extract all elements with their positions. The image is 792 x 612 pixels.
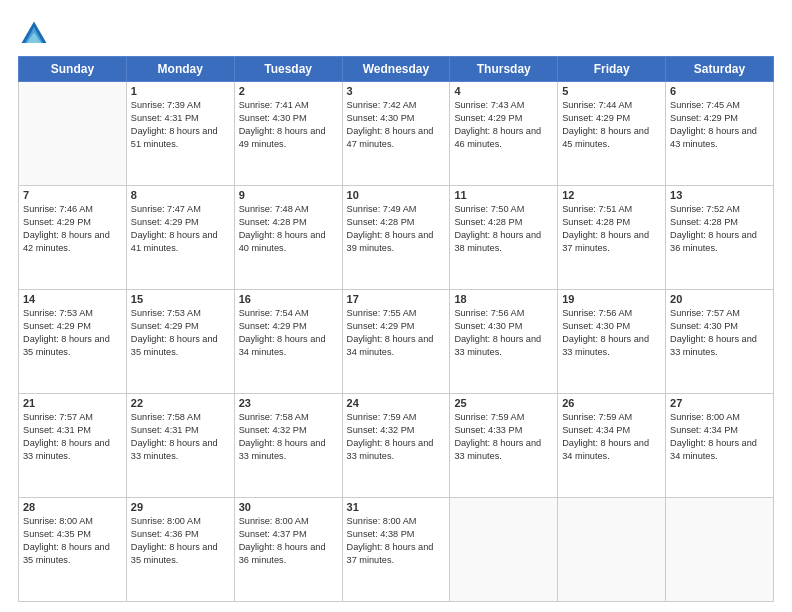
calendar-week-3: 14Sunrise: 7:53 AMSunset: 4:29 PMDayligh… <box>19 290 774 394</box>
calendar-cell: 5Sunrise: 7:44 AMSunset: 4:29 PMDaylight… <box>558 82 666 186</box>
calendar-cell: 4Sunrise: 7:43 AMSunset: 4:29 PMDaylight… <box>450 82 558 186</box>
calendar-header-sunday: Sunday <box>19 57 127 82</box>
day-number: 25 <box>454 397 553 409</box>
calendar-cell: 28Sunrise: 8:00 AMSunset: 4:35 PMDayligh… <box>19 498 127 602</box>
calendar-header-monday: Monday <box>126 57 234 82</box>
calendar-header-thursday: Thursday <box>450 57 558 82</box>
calendar-cell <box>450 498 558 602</box>
cell-info: Sunrise: 7:59 AMSunset: 4:34 PMDaylight:… <box>562 411 661 463</box>
calendar-cell: 20Sunrise: 7:57 AMSunset: 4:30 PMDayligh… <box>666 290 774 394</box>
cell-info: Sunrise: 7:45 AMSunset: 4:29 PMDaylight:… <box>670 99 769 151</box>
day-number: 8 <box>131 189 230 201</box>
calendar-cell: 19Sunrise: 7:56 AMSunset: 4:30 PMDayligh… <box>558 290 666 394</box>
cell-info: Sunrise: 7:39 AMSunset: 4:31 PMDaylight:… <box>131 99 230 151</box>
day-number: 27 <box>670 397 769 409</box>
calendar-cell: 14Sunrise: 7:53 AMSunset: 4:29 PMDayligh… <box>19 290 127 394</box>
cell-info: Sunrise: 7:46 AMSunset: 4:29 PMDaylight:… <box>23 203 122 255</box>
cell-info: Sunrise: 8:00 AMSunset: 4:35 PMDaylight:… <box>23 515 122 567</box>
cell-info: Sunrise: 7:42 AMSunset: 4:30 PMDaylight:… <box>347 99 446 151</box>
cell-info: Sunrise: 7:55 AMSunset: 4:29 PMDaylight:… <box>347 307 446 359</box>
calendar-cell: 23Sunrise: 7:58 AMSunset: 4:32 PMDayligh… <box>234 394 342 498</box>
day-number: 29 <box>131 501 230 513</box>
calendar-header-row: SundayMondayTuesdayWednesdayThursdayFrid… <box>19 57 774 82</box>
calendar-cell: 6Sunrise: 7:45 AMSunset: 4:29 PMDaylight… <box>666 82 774 186</box>
day-number: 30 <box>239 501 338 513</box>
calendar-header-wednesday: Wednesday <box>342 57 450 82</box>
calendar-header-saturday: Saturday <box>666 57 774 82</box>
day-number: 12 <box>562 189 661 201</box>
calendar-cell: 26Sunrise: 7:59 AMSunset: 4:34 PMDayligh… <box>558 394 666 498</box>
day-number: 13 <box>670 189 769 201</box>
page: SundayMondayTuesdayWednesdayThursdayFrid… <box>0 0 792 612</box>
day-number: 5 <box>562 85 661 97</box>
day-number: 28 <box>23 501 122 513</box>
cell-info: Sunrise: 7:43 AMSunset: 4:29 PMDaylight:… <box>454 99 553 151</box>
calendar-cell: 8Sunrise: 7:47 AMSunset: 4:29 PMDaylight… <box>126 186 234 290</box>
calendar-cell: 9Sunrise: 7:48 AMSunset: 4:28 PMDaylight… <box>234 186 342 290</box>
day-number: 7 <box>23 189 122 201</box>
cell-info: Sunrise: 7:41 AMSunset: 4:30 PMDaylight:… <box>239 99 338 151</box>
day-number: 15 <box>131 293 230 305</box>
calendar-cell: 22Sunrise: 7:58 AMSunset: 4:31 PMDayligh… <box>126 394 234 498</box>
calendar-cell: 24Sunrise: 7:59 AMSunset: 4:32 PMDayligh… <box>342 394 450 498</box>
calendar-cell: 1Sunrise: 7:39 AMSunset: 4:31 PMDaylight… <box>126 82 234 186</box>
cell-info: Sunrise: 8:00 AMSunset: 4:38 PMDaylight:… <box>347 515 446 567</box>
calendar-cell: 2Sunrise: 7:41 AMSunset: 4:30 PMDaylight… <box>234 82 342 186</box>
day-number: 4 <box>454 85 553 97</box>
calendar-cell: 29Sunrise: 8:00 AMSunset: 4:36 PMDayligh… <box>126 498 234 602</box>
logo-icon <box>18 18 50 50</box>
day-number: 19 <box>562 293 661 305</box>
calendar-cell: 27Sunrise: 8:00 AMSunset: 4:34 PMDayligh… <box>666 394 774 498</box>
cell-info: Sunrise: 7:54 AMSunset: 4:29 PMDaylight:… <box>239 307 338 359</box>
cell-info: Sunrise: 7:50 AMSunset: 4:28 PMDaylight:… <box>454 203 553 255</box>
header <box>18 18 774 50</box>
day-number: 18 <box>454 293 553 305</box>
day-number: 22 <box>131 397 230 409</box>
cell-info: Sunrise: 8:00 AMSunset: 4:37 PMDaylight:… <box>239 515 338 567</box>
day-number: 21 <box>23 397 122 409</box>
cell-info: Sunrise: 7:51 AMSunset: 4:28 PMDaylight:… <box>562 203 661 255</box>
cell-info: Sunrise: 7:59 AMSunset: 4:33 PMDaylight:… <box>454 411 553 463</box>
day-number: 2 <box>239 85 338 97</box>
cell-info: Sunrise: 7:48 AMSunset: 4:28 PMDaylight:… <box>239 203 338 255</box>
day-number: 16 <box>239 293 338 305</box>
calendar-header-friday: Friday <box>558 57 666 82</box>
cell-info: Sunrise: 7:57 AMSunset: 4:31 PMDaylight:… <box>23 411 122 463</box>
day-number: 9 <box>239 189 338 201</box>
cell-info: Sunrise: 8:00 AMSunset: 4:34 PMDaylight:… <box>670 411 769 463</box>
day-number: 10 <box>347 189 446 201</box>
cell-info: Sunrise: 7:58 AMSunset: 4:31 PMDaylight:… <box>131 411 230 463</box>
calendar-cell <box>558 498 666 602</box>
day-number: 26 <box>562 397 661 409</box>
calendar-cell: 15Sunrise: 7:53 AMSunset: 4:29 PMDayligh… <box>126 290 234 394</box>
cell-info: Sunrise: 7:47 AMSunset: 4:29 PMDaylight:… <box>131 203 230 255</box>
day-number: 24 <box>347 397 446 409</box>
calendar-cell: 12Sunrise: 7:51 AMSunset: 4:28 PMDayligh… <box>558 186 666 290</box>
logo <box>18 18 54 50</box>
day-number: 20 <box>670 293 769 305</box>
cell-info: Sunrise: 7:53 AMSunset: 4:29 PMDaylight:… <box>23 307 122 359</box>
calendar-cell: 21Sunrise: 7:57 AMSunset: 4:31 PMDayligh… <box>19 394 127 498</box>
calendar-cell: 25Sunrise: 7:59 AMSunset: 4:33 PMDayligh… <box>450 394 558 498</box>
day-number: 23 <box>239 397 338 409</box>
cell-info: Sunrise: 7:56 AMSunset: 4:30 PMDaylight:… <box>454 307 553 359</box>
calendar-cell: 7Sunrise: 7:46 AMSunset: 4:29 PMDaylight… <box>19 186 127 290</box>
calendar-cell: 17Sunrise: 7:55 AMSunset: 4:29 PMDayligh… <box>342 290 450 394</box>
calendar-week-4: 21Sunrise: 7:57 AMSunset: 4:31 PMDayligh… <box>19 394 774 498</box>
calendar-week-2: 7Sunrise: 7:46 AMSunset: 4:29 PMDaylight… <box>19 186 774 290</box>
day-number: 3 <box>347 85 446 97</box>
cell-info: Sunrise: 7:57 AMSunset: 4:30 PMDaylight:… <box>670 307 769 359</box>
calendar-header-tuesday: Tuesday <box>234 57 342 82</box>
calendar-cell: 18Sunrise: 7:56 AMSunset: 4:30 PMDayligh… <box>450 290 558 394</box>
calendar-cell <box>666 498 774 602</box>
cell-info: Sunrise: 7:52 AMSunset: 4:28 PMDaylight:… <box>670 203 769 255</box>
calendar-cell: 11Sunrise: 7:50 AMSunset: 4:28 PMDayligh… <box>450 186 558 290</box>
calendar-table: SundayMondayTuesdayWednesdayThursdayFrid… <box>18 56 774 602</box>
day-number: 31 <box>347 501 446 513</box>
day-number: 17 <box>347 293 446 305</box>
day-number: 1 <box>131 85 230 97</box>
calendar-cell: 31Sunrise: 8:00 AMSunset: 4:38 PMDayligh… <box>342 498 450 602</box>
calendar-cell <box>19 82 127 186</box>
cell-info: Sunrise: 7:58 AMSunset: 4:32 PMDaylight:… <box>239 411 338 463</box>
cell-info: Sunrise: 7:59 AMSunset: 4:32 PMDaylight:… <box>347 411 446 463</box>
